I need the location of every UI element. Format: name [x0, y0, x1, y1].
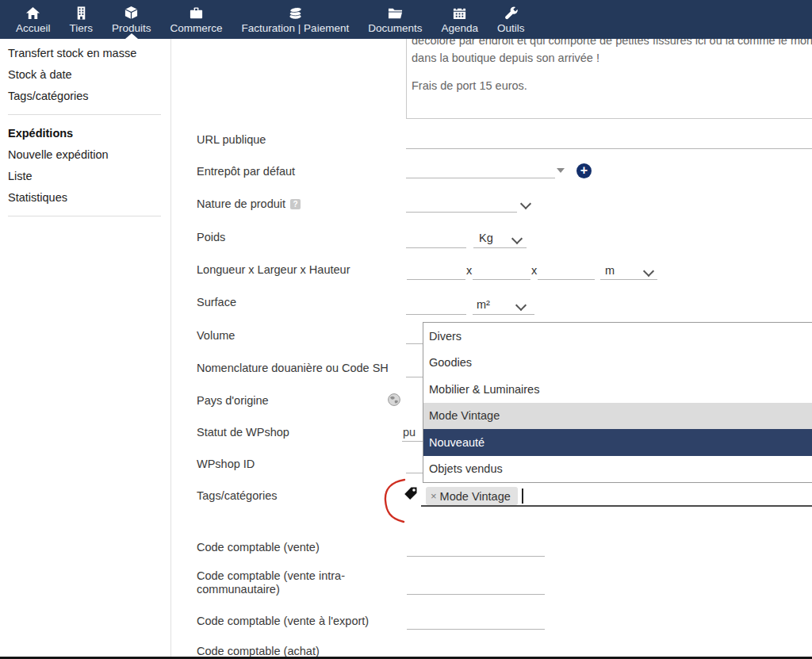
- nav-label: Outils: [497, 22, 525, 34]
- nav-label: Produits: [112, 22, 151, 34]
- label-surface: Surface: [197, 296, 236, 308]
- poids-unit-select[interactable]: Kg: [479, 232, 493, 244]
- label-code-comptable-export: Code comptable (vente à l'export): [197, 615, 369, 627]
- label-entrepot-defaut: Entrepôt par défaut: [197, 165, 295, 178]
- nav-label: Documents: [368, 22, 422, 34]
- dropdown-option-objets-vendus[interactable]: Objets vendus: [423, 456, 812, 483]
- longueur-input[interactable]: [407, 279, 465, 280]
- help-icon[interactable]: ?: [290, 199, 301, 209]
- calendar-icon: [452, 6, 467, 21]
- dropdown-option-mobilier[interactable]: Mobilier & Luminaires: [423, 376, 812, 403]
- label-code-comptable-vente: Code comptable (vente): [197, 541, 320, 554]
- nav-item-accueil[interactable]: Accueil: [6, 0, 60, 39]
- dimension-separator: x: [466, 264, 472, 277]
- code-comptable-export-input[interactable]: [407, 629, 545, 630]
- left-sidebar: Transfert stock en masse Stock à date Ta…: [0, 39, 171, 659]
- selected-tag-chip: × Mode Vintage: [426, 487, 518, 505]
- cube-icon: [124, 6, 139, 21]
- statut-wpshop-select[interactable]: [402, 441, 423, 442]
- dropdown-option-divers[interactable]: Divers: [423, 323, 812, 350]
- home-icon: [25, 6, 40, 21]
- nav-label: Tiers: [70, 22, 94, 34]
- globe-icon: [388, 393, 400, 409]
- tags-multiselect-input[interactable]: [421, 505, 812, 507]
- sidebar-divider: [8, 216, 161, 216]
- surface-unit-chevron-down-icon[interactable]: [515, 300, 527, 311]
- nav-item-agenda[interactable]: Agenda: [431, 0, 488, 39]
- label-volume: Volume: [197, 329, 235, 342]
- label-code-comptable-achat: Code comptable (achat): [197, 645, 320, 657]
- entrepot-dropdown-arrow-icon[interactable]: [557, 168, 565, 173]
- poids-input[interactable]: [406, 247, 466, 248]
- label-text: Nature de produit: [197, 197, 285, 210]
- text-cursor: [522, 489, 523, 504]
- label-tags-categories: Tags/catégories: [197, 489, 278, 502]
- entrepot-select-input[interactable]: [406, 178, 555, 178]
- tags-dropdown-panel: Divers Goodies Mobilier & Luminaires Mod…: [423, 322, 812, 483]
- sidebar-item-stock-a-date[interactable]: Stock à date: [0, 64, 170, 86]
- code-comptable-vente-input[interactable]: [407, 556, 545, 557]
- nav-item-commerce[interactable]: Commerce: [161, 0, 232, 39]
- sidebar-divider: [8, 114, 161, 115]
- wpshop-status-value: pu: [403, 426, 416, 439]
- dropdown-option-nouveaute-highlighted[interactable]: Nouveauté: [423, 429, 812, 456]
- red-bracket-annotation: [381, 476, 412, 527]
- sidebar-item-tags-categories[interactable]: Tags/catégories: [0, 86, 170, 107]
- nav-label: Commerce: [170, 22, 223, 34]
- dimension-separator: x: [531, 264, 537, 277]
- url-publique-input[interactable]: [406, 148, 812, 149]
- dimension-unit-select[interactable]: m: [605, 264, 615, 277]
- sidebar-item-transfert-stock[interactable]: Transfert stock en masse: [0, 43, 170, 64]
- nav-label: Facturation | Paiement: [242, 22, 350, 34]
- volume-input[interactable]: [406, 343, 423, 344]
- coins-icon: [288, 6, 303, 21]
- code-comptable-intra-input[interactable]: [407, 594, 545, 595]
- nav-item-produits-active[interactable]: Produits: [102, 0, 161, 39]
- remove-tag-icon[interactable]: ×: [431, 490, 437, 502]
- nav-item-documents[interactable]: Documents: [358, 0, 431, 39]
- label-nature-produit: Nature de produit?: [197, 197, 301, 210]
- nav-label: Agenda: [441, 22, 478, 34]
- surface-unit-select[interactable]: m²: [477, 298, 490, 311]
- largeur-input[interactable]: [473, 279, 530, 280]
- sidebar-item-liste[interactable]: Liste: [0, 166, 170, 187]
- label-wpshop-id: WPshop ID: [197, 458, 255, 470]
- sidebar-section-expeditions: Expéditions: [0, 123, 170, 144]
- top-navbar: Accueil Tiers Produits Commerce Facturat…: [0, 0, 812, 39]
- poids-unit-underline: [473, 247, 527, 248]
- folder-icon: [388, 6, 403, 21]
- nav-label: Accueil: [16, 22, 51, 34]
- nav-item-outils[interactable]: Outils: [488, 0, 534, 39]
- dimension-unit-chevron-down-icon[interactable]: [643, 266, 654, 277]
- nature-produit-select[interactable]: [406, 212, 517, 213]
- label-pays-origine: Pays d'origine: [197, 394, 269, 407]
- building-icon: [74, 6, 89, 21]
- nav-item-facturation[interactable]: Facturation | Paiement: [232, 0, 359, 39]
- dropdown-option-mode-vintage-selected[interactable]: Mode Vintage: [423, 403, 812, 430]
- sidebar-item-nouvelle-expedition[interactable]: Nouvelle expédition: [0, 144, 170, 166]
- surface-input[interactable]: [406, 314, 466, 315]
- sidebar-item-statistiques[interactable]: Statistiques: [0, 187, 170, 209]
- label-nomenclature: Nomenclature douanière ou Code SH: [197, 362, 389, 374]
- nomenclature-input[interactable]: [406, 377, 423, 377]
- add-entrepot-button[interactable]: +: [576, 163, 592, 178]
- description-line: Frais de port 15 euros.: [412, 79, 527, 92]
- wrench-icon: [504, 6, 519, 21]
- nature-chevron-down-icon[interactable]: [520, 198, 531, 209]
- hauteur-input[interactable]: [538, 279, 595, 280]
- poids-unit-chevron-down-icon[interactable]: [511, 233, 523, 244]
- dropdown-option-goodies[interactable]: Goodies: [423, 350, 812, 377]
- surface-unit-underline: [473, 314, 534, 315]
- label-url-publique: URL publique: [197, 133, 266, 146]
- label-code-comptable-intra: Code comptable (vente intra-communautair…: [197, 569, 399, 596]
- dimension-unit-underline: [600, 279, 657, 280]
- label-statut-wpshop: Statut de WPshop: [197, 426, 289, 439]
- label-longueur-largeur-hauteur: Longueur x Largeur x Hauteur: [197, 263, 350, 276]
- label-poids: Poids: [197, 231, 225, 243]
- nav-item-tiers[interactable]: Tiers: [60, 0, 103, 39]
- wpshop-id-input[interactable]: [406, 473, 423, 473]
- description-line: dans la boutique depuis son arrivée !: [412, 52, 599, 64]
- chip-label: Mode Vintage: [440, 490, 511, 503]
- app-window: décoloré par endroit et qui comporte de …: [0, 0, 812, 659]
- briefcase-icon: [189, 6, 204, 21]
